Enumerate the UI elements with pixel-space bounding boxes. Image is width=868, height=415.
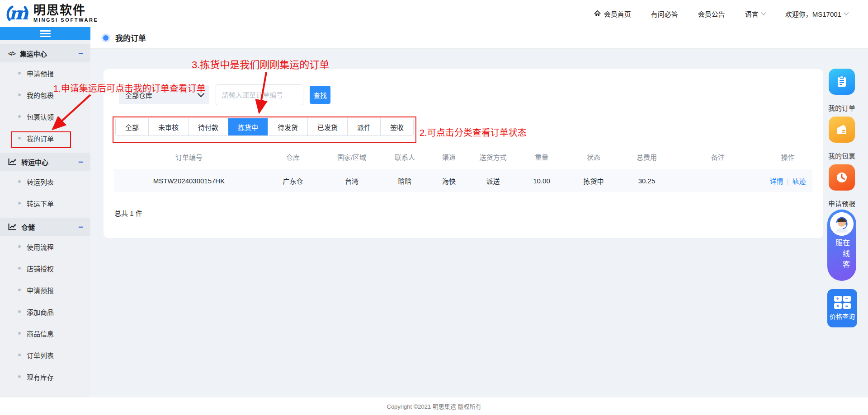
sidebar-item-label: 申请预报 [27,285,54,295]
logo-text: 明思软件 MINGSI SOFTWARE [33,4,99,23]
total-count: 总共 1 件 [114,208,823,218]
breadcrumb-dot-icon [103,35,108,41]
bullet-icon [18,332,21,335]
col-region: 国家/区域 [322,152,381,162]
nav-qa-label: 有问必答 [651,9,678,19]
hamburger-icon [40,30,51,37]
tab-pending-payment[interactable]: 待付款 [189,118,228,135]
code-icon: </> [8,50,15,57]
col-order-no: 订单编号 [114,152,264,162]
sidebar-section-header-transfer[interactable]: 转运中心 − [0,153,90,171]
mingsi-logo-icon: n n [5,3,29,24]
section-title: 仓储 [21,222,35,232]
search-button[interactable]: 查找 [310,86,330,104]
bullet-icon [18,354,21,356]
detail-link[interactable]: 详情 [770,177,783,185]
col-remark: 备注 [673,152,763,162]
sidebar-item-package-claim[interactable]: 包裹认领 [0,106,90,127]
logo-subtitle: MINGSI SOFTWARE [33,18,99,23]
sidebar-item-transfer-order[interactable]: 转运下单 [0,192,90,214]
track-link[interactable]: 轨迹 [792,177,806,185]
sidebar-item-current-stock[interactable]: 现有库存 [0,366,90,387]
col-weight: 重量 [517,152,566,162]
cell-actions: 详情|轨迹 [763,176,812,186]
footer: Copyright ©2021 明思集运 版权所有 [0,397,868,415]
sidebar-item-order-list[interactable]: 订单列表 [0,344,90,366]
sidebar-item-add-product[interactable]: 添加商品 [0,301,90,322]
filter-row: 全部仓库 查找 [119,84,823,105]
status-tabs: 全部 未审核 待付款 拣货中 待发货 已发货 派件 签收 [115,118,414,136]
sidebar-item-apply-forecast[interactable]: 申请预报 [0,62,90,84]
bullet-icon [18,137,21,140]
sidebar-item-label: 现有库存 [27,372,54,382]
sidebar-item-shop-auth[interactable]: 店铺授权 [0,257,90,279]
float-my-packages-button[interactable] [829,117,855,143]
home-icon [594,10,601,17]
tab-shipped[interactable]: 已发货 [308,118,348,135]
nav-qa[interactable]: 有问必答 [651,9,678,19]
service-agent-avatar [830,212,854,236]
price-inquiry-widget[interactable]: +−×= 价格查询 [827,289,857,327]
annotation-note-3: 3.拣货中是我们刚刚集运的订单 [192,56,329,71]
line-chart-icon [8,158,17,165]
sidebar-item-label: 我的订单 [27,134,54,143]
float-my-packages-label[interactable]: 我的包裹 [821,151,863,160]
float-forecast-button[interactable] [829,164,855,191]
col-actions: 操作 [763,152,812,162]
nav-notice-label: 会员公告 [698,9,725,19]
clock-icon [835,171,849,184]
top-nav: 会员首页 有问必答 会员公告 语言 欢迎你，MS17001 [594,9,868,19]
table-row: MSTW20240300157HK 广东仓 台湾 晗晗 海快 派送 10.00 … [114,169,812,192]
tab-unreviewed[interactable]: 未审核 [149,118,189,135]
sidebar-section-header-consolidation[interactable]: </> 集运中心 − [0,44,90,62]
nav-account[interactable]: 欢迎你，MS17001 [785,9,848,19]
tab-signed[interactable]: 签收 [381,118,413,135]
cell-total-fee: 30.25 [621,177,673,185]
bullet-icon [18,115,21,118]
section-title: 转运中心 [21,157,48,167]
tab-picking[interactable]: 拣货中 [228,118,268,135]
tab-to-ship[interactable]: 待发货 [268,118,308,135]
nav-member-home[interactable]: 会员首页 [594,9,631,19]
col-status: 状态 [566,152,621,162]
clipboard-icon [835,75,849,89]
sidebar-item-label: 转运下单 [27,199,54,208]
sidebar-item-my-orders[interactable]: 我的订单 [0,127,90,149]
float-my-orders-button[interactable] [829,69,855,95]
sidebar-item-label: 申请预报 [27,69,54,78]
sidebar-section-warehouse: 仓储 − 使用流程 店铺授权 申请预报 添加商品 商品信 [0,218,90,387]
online-service-widget[interactable]: 在线客服 [827,210,856,281]
sidebar-collapse-bar[interactable] [0,27,90,40]
float-forecast-label[interactable]: 申请预报 [821,199,863,208]
bullet-icon [18,72,21,75]
sidebar-item-warehouse-forecast[interactable]: 申请预报 [0,279,90,301]
chevron-down-icon [761,10,766,15]
nav-language[interactable]: 语言 [745,9,765,19]
copyright-text: Copyright ©2021 明思集运 版权所有 [387,402,481,410]
bullet-icon [18,375,21,378]
sidebar-item-label: 使用流程 [27,242,54,252]
sidebar-item-label: 包裹认领 [27,112,54,121]
sidebar-item-label: 添加商品 [27,307,54,317]
bullet-icon [18,93,21,96]
collapse-minus-icon: − [78,49,83,58]
calculator-icon: +−×= [834,296,851,309]
cell-order-no: MSTW20240300157HK [114,177,264,185]
sidebar-item-label: 我的包裹 [27,90,54,100]
tab-all[interactable]: 全部 [116,118,149,135]
package-icon [835,123,849,136]
bullet-icon [18,245,21,248]
sidebar-item-label: 商品信息 [27,329,54,338]
sidebar-section-consolidation: </> 集运中心 − 申请预报 我的包裹 包裹认领 我的订单 [0,44,90,149]
table-header-row: 订单编号 仓库 国家/区域 联系人 渠道 送货方式 重量 状态 总费用 备注 操… [114,151,812,162]
chevron-down-icon [844,10,849,15]
float-my-orders-label[interactable]: 我的订单 [821,103,863,112]
sidebar-item-transfer-list[interactable]: 转运列表 [0,171,90,192]
order-search-input[interactable] [216,84,303,105]
tab-dispatch[interactable]: 派件 [348,118,381,135]
sidebar-item-product-info[interactable]: 商品信息 [0,322,90,344]
sidebar-item-usage-flow[interactable]: 使用流程 [0,236,90,257]
cell-status: 拣货中 [566,176,621,186]
sidebar-section-header-warehouse[interactable]: 仓储 − [0,218,90,236]
nav-notice[interactable]: 会员公告 [698,9,725,19]
